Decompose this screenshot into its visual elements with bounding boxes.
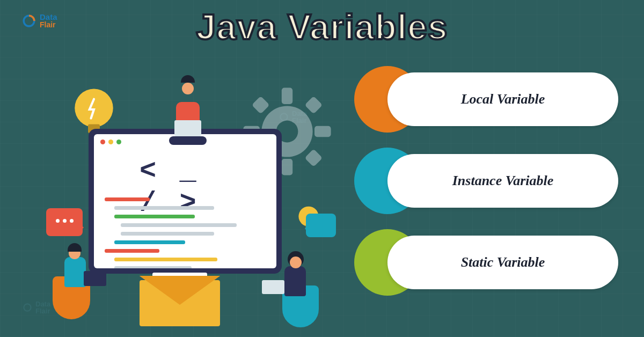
page-title: Java Variables bbox=[196, 6, 448, 47]
variable-item-instance: Instance Variable bbox=[361, 154, 618, 208]
brand-logo-text: Data Flair bbox=[40, 13, 57, 28]
pill-label: Instance Variable bbox=[452, 173, 554, 189]
pill-body: Local Variable bbox=[387, 72, 618, 126]
brand-logo: Data Flair bbox=[21, 13, 57, 28]
svg-point-3 bbox=[24, 304, 31, 311]
person-on-chair-icon bbox=[43, 228, 118, 319]
svg-rect-8 bbox=[282, 159, 292, 175]
window-traffic-lights bbox=[100, 140, 121, 144]
svg-rect-14 bbox=[304, 149, 323, 167]
envelope-icon bbox=[140, 273, 220, 326]
code-lines-icon bbox=[105, 197, 266, 268]
svg-rect-12 bbox=[304, 96, 323, 114]
brand-line1: Data bbox=[40, 13, 57, 21]
svg-rect-10 bbox=[314, 126, 331, 137]
person-sitting-icon bbox=[161, 90, 215, 138]
pill-body: Static Variable bbox=[387, 236, 618, 289]
pill-label: Local Variable bbox=[461, 91, 545, 107]
pill-body: Instance Variable bbox=[387, 154, 618, 208]
variable-item-local: Local Variable bbox=[361, 72, 618, 126]
svg-rect-11 bbox=[252, 96, 270, 114]
brand-line2: Flair bbox=[40, 21, 57, 28]
svg-rect-7 bbox=[282, 87, 292, 104]
hero-illustration: < _ / > bbox=[48, 80, 317, 327]
pill-label: Static Variable bbox=[461, 254, 545, 270]
svg-point-16 bbox=[75, 89, 113, 128]
person-on-chair-icon bbox=[252, 236, 333, 327]
variable-list: Local Variable Instance Variable Static … bbox=[361, 72, 618, 289]
brand-logo-mark bbox=[21, 13, 36, 28]
speech-bubble-icon bbox=[306, 214, 336, 237]
variable-item-static: Static Variable bbox=[361, 236, 618, 289]
